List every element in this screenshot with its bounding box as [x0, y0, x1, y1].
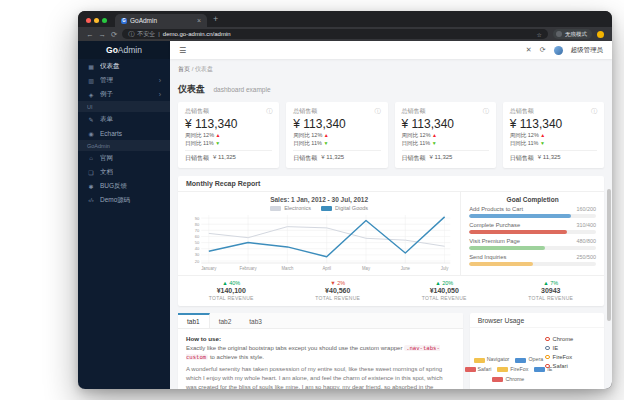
caret-up-icon: ▲	[324, 132, 329, 138]
back-icon[interactable]: ←	[86, 30, 94, 39]
site-info-icon[interactable]: ⓘ	[128, 30, 134, 39]
pie-legend-item-firefox[interactable]: FireFox	[497, 366, 528, 372]
sidebar-section-label: UI	[78, 101, 170, 112]
footer-stat-value: ¥140,100	[178, 287, 285, 294]
browser-radio-firefox[interactable]: FireFox	[545, 354, 599, 360]
dashboard-icon: ▦	[87, 63, 95, 70]
sidebar-item-例子[interactable]: ◈例子›	[78, 87, 170, 101]
browser-tab[interactable]: G GoAdmin ×	[115, 14, 207, 27]
page-subtitle: dashboard example	[213, 86, 270, 93]
browser-usage-radio-list: ChromeIEFireFoxSafari	[545, 333, 599, 389]
info-icon[interactable]: ⓘ	[483, 107, 489, 116]
footer-stat-label: TOTAL REVENUE	[498, 295, 605, 301]
trend-line: 日同比 11% ▼	[402, 140, 489, 148]
browser-window: G GoAdmin × + ← → ⟳ ⓘ 不安全 | demo.go-admi…	[78, 11, 612, 389]
goal-label: Send Inquiries	[469, 254, 506, 260]
info-icon[interactable]: ⓘ	[591, 107, 597, 116]
window-zoom-button[interactable]	[102, 18, 107, 23]
svg-text:80: 80	[195, 222, 200, 227]
pie-legend-item-navigator[interactable]: Navigator	[474, 356, 510, 362]
goal-label: Visit Premium Page	[469, 238, 520, 244]
sidebar-item-文档[interactable]: ❏文档	[78, 165, 170, 179]
forward-icon[interactable]: →	[99, 30, 107, 39]
footer-stat-label: TOTAL REVENUE	[285, 295, 392, 301]
progress-bar	[469, 246, 596, 250]
recap-panel-title: Monthly Recap Report	[178, 176, 604, 192]
tab-content: How to use: Exactly like the original bo…	[178, 329, 463, 389]
chart-title: Sales: 1 Jan, 2012 - 30 Jul, 2012	[186, 196, 452, 203]
sidebar-item-Echarts[interactable]: ◉Echarts	[78, 126, 170, 140]
svg-text:February: February	[240, 266, 258, 271]
tab-tab3[interactable]: tab3	[240, 313, 271, 328]
svg-text:March: March	[281, 266, 293, 271]
trend-line: 周同比 12% ▲	[293, 132, 380, 140]
footer-stat-value: ¥140,050	[391, 287, 498, 294]
sidebar-item-仪表盘[interactable]: ▦仪表盘	[78, 59, 170, 73]
chevron-right-icon: ›	[159, 77, 161, 84]
tab-tab2[interactable]: tab2	[210, 313, 241, 328]
browser-radio-ie[interactable]: IE	[545, 345, 599, 351]
sidebar-section-label: GoAdmin	[78, 140, 170, 151]
pie-legend-item-safari[interactable]: Safari	[465, 366, 492, 372]
scrollbar[interactable]	[607, 189, 611, 321]
svg-text:May: May	[362, 266, 371, 271]
browser-radio-chrome[interactable]: Chrome	[545, 336, 599, 342]
stat-card: 总销售额ⓘ¥ 113,340周同比 12% ▲日同比 11% ▼日销售额¥ 11…	[503, 102, 604, 168]
tab-close-icon[interactable]: ×	[197, 17, 201, 24]
sidebar-toggle-icon[interactable]: ☰	[179, 46, 186, 55]
tab-tab1[interactable]: tab1	[178, 313, 210, 328]
goal-item: Send Inquiries250/500	[469, 254, 596, 266]
stat-card-title: 总销售额	[293, 107, 317, 116]
footer-stat: ▼ 2%¥40,560TOTAL REVENUE	[285, 280, 392, 301]
footer-stat-value: 30943	[498, 287, 605, 294]
legend-swatch	[497, 367, 508, 372]
goadmin-logo[interactable]: GoAdmin	[78, 41, 170, 59]
refresh-icon[interactable]: ⟳	[540, 46, 546, 54]
footer-stat-label: TOTAL REVENUE	[178, 295, 285, 301]
sidebar-item-官网[interactable]: ⌂官网	[78, 151, 170, 165]
sidebar: GoAdmin ▦仪表盘▥管理›◈例子›UI✎表单◉EchartsGoAdmin…	[78, 41, 170, 389]
sidebar-item-label: Echarts	[100, 130, 161, 137]
sidebar-item-Demo源码[interactable]: ‹/›Demo源码	[78, 193, 170, 207]
user-avatar[interactable]	[554, 46, 563, 55]
chevron-right-icon: ›	[159, 91, 161, 98]
info-icon[interactable]: ⓘ	[266, 107, 272, 116]
close-tabs-icon[interactable]: ✕	[526, 46, 532, 54]
svg-text:July: July	[441, 266, 449, 271]
page-title: 仪表盘	[178, 84, 205, 94]
stat-cards-row: 总销售额ⓘ¥ 113,340周同比 12% ▲日同比 11% ▼日销售额¥ 11…	[178, 102, 604, 168]
browser-radio-safari[interactable]: Safari	[545, 363, 599, 369]
address-bar[interactable]: ⓘ 不安全 | demo.go-admin.cn/admin ☆	[122, 29, 548, 39]
sidebar-item-BUG反馈[interactable]: ✱BUG反馈	[78, 179, 170, 193]
code-icon: ‹/›	[87, 197, 95, 203]
breadcrumb-current: 仪表盘	[195, 66, 213, 72]
svg-text:60: 60	[195, 234, 200, 239]
footer-stat: ▲ 40%¥140,100TOTAL REVENUE	[178, 280, 285, 301]
pie-legend-item-chrome[interactable]: Chrome	[492, 376, 524, 382]
legend-swatch	[465, 367, 476, 372]
sidebar-item-表单[interactable]: ✎表单	[78, 112, 170, 126]
echarts-icon: ◉	[87, 130, 95, 137]
new-tab-button[interactable]: +	[213, 14, 218, 24]
stat-card-value: ¥ 113,340	[402, 117, 489, 131]
browser-tab-bar: G GoAdmin × +	[78, 11, 612, 27]
svg-text:30: 30	[195, 252, 200, 257]
pie-legend-item-opera[interactable]: Opera	[515, 356, 543, 362]
sidebar-item-管理[interactable]: ▥管理›	[78, 73, 170, 87]
progress-bar	[469, 214, 596, 218]
info-icon[interactable]: ⓘ	[375, 107, 381, 116]
goal-value: 250/500	[577, 254, 597, 260]
user-name[interactable]: 超级管理员	[571, 46, 604, 55]
security-label: 不安全	[137, 30, 155, 39]
breadcrumb-home[interactable]: 首页	[178, 66, 190, 72]
goadmin-app: GoAdmin ▦仪表盘▥管理›◈例子›UI✎表单◉EchartsGoAdmin…	[78, 41, 612, 389]
window-close-button[interactable]	[86, 18, 91, 23]
reload-icon[interactable]: ⟳	[111, 30, 117, 39]
svg-text:April: April	[322, 266, 331, 271]
extension-icon[interactable]	[597, 31, 604, 38]
browser-usage-title: Browser Usage	[470, 313, 604, 328]
breadcrumb: 首页 / 仪表盘	[178, 65, 604, 74]
bookmark-star-icon[interactable]: ☆	[537, 31, 542, 38]
sidebar-item-label: 仪表盘	[100, 62, 161, 71]
window-minimize-button[interactable]	[94, 18, 99, 23]
